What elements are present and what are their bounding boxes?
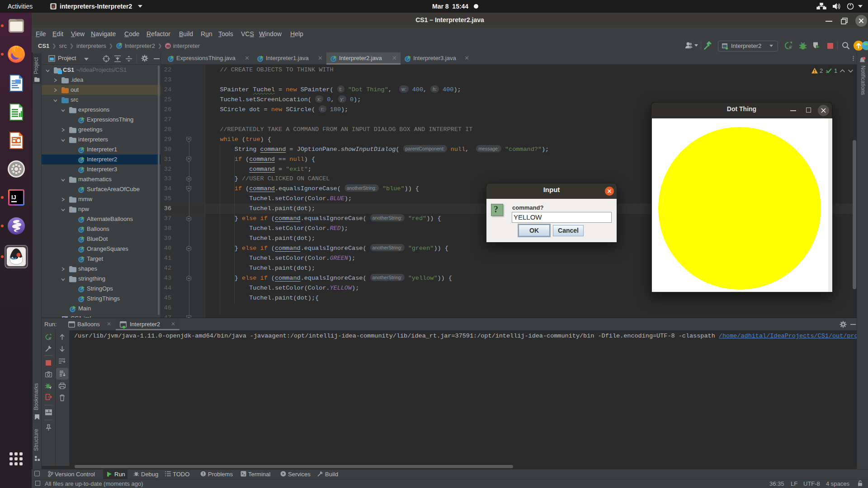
svg-text:m: m (166, 44, 170, 48)
svg-text:IJ: IJ (11, 194, 16, 201)
